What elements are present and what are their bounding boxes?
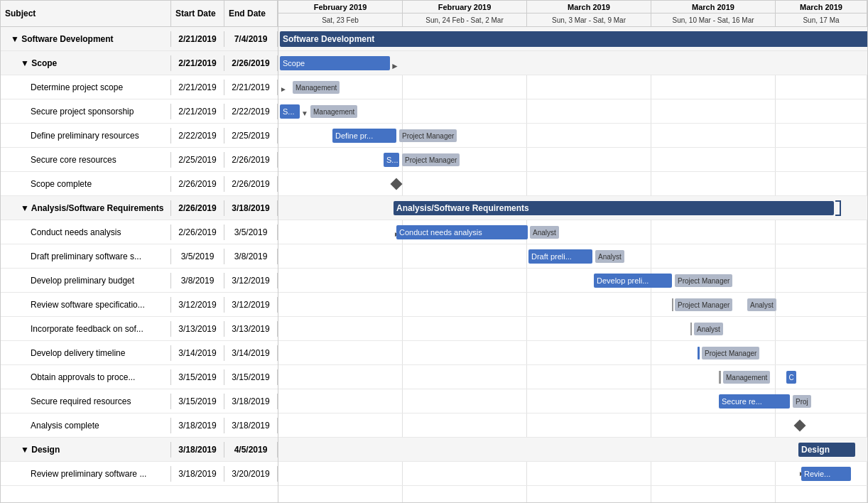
cell-start-6: 2/25/2019 — [171, 152, 224, 168]
cell-end-7: 2/26/2019 — [224, 176, 278, 192]
week-mar3: Sun, 3 Mar - Sat, 9 Mar — [527, 13, 651, 26]
gantt-header-right: February 2019 February 2019 March 2019 M… — [278, 1, 867, 26]
cell-start-15: 3/15/2019 — [171, 369, 224, 385]
gantt-row-7 — [278, 172, 867, 196]
gantt-row-5: Define pr... Project Manager — [278, 124, 867, 148]
cell-end-1: 7/4/2019 — [224, 31, 278, 47]
cell-subject-12: Review software specificatio... — [1, 297, 171, 313]
resource-analyst-12: Analyst — [747, 298, 776, 311]
resource-pm-5: Project Manager — [399, 129, 457, 142]
bar-secure-core: S... — [384, 153, 399, 167]
gantt-row-14: Project Manager — [278, 341, 867, 365]
bar-secure-resources: Secure re... — [719, 394, 790, 409]
cell-start-12: 3/12/2019 — [171, 297, 224, 313]
bar-develop-budget: Develop preli... — [594, 274, 672, 288]
row-11[interactable]: Develop preliminary budget 3/8/2019 3/12… — [1, 269, 278, 293]
gantt-header: Subject Start Date End Date February 201… — [1, 1, 867, 27]
cell-end-10: 3/8/2019 — [224, 249, 278, 264]
cell-subject-3: Determine project scope — [1, 80, 171, 95]
gantt-row-2: Scope ► — [278, 51, 867, 75]
row-8[interactable]: ▼ Analysis/Software Requirements 2/26/20… — [1, 196, 278, 220]
cell-end-17: 3/18/2019 — [224, 418, 278, 433]
gantt-row-11: Develop preli... Project Manager — [278, 269, 867, 293]
row-16[interactable]: Secure required resources 3/15/2019 3/18… — [1, 389, 278, 413]
week-feb23: Sat, 23 Feb — [278, 13, 403, 26]
header-subject: Subject — [1, 1, 171, 26]
row-10[interactable]: Draft preliminary software s... 3/5/2019… — [1, 244, 278, 269]
row-4[interactable]: Secure project sponsorship 2/21/2019 2/2… — [1, 99, 278, 124]
resource-mgmt-15: Management — [723, 371, 770, 384]
cell-start-1: 2/21/2019 — [171, 31, 224, 47]
gantt-row-17 — [278, 413, 867, 438]
resource-management-4: Management — [310, 105, 357, 118]
bar-analysis: Analysis/Software Requirements — [394, 201, 834, 215]
row-1[interactable]: ▼ Software Development 2/21/2019 7/4/201… — [1, 27, 278, 51]
row-6[interactable]: Secure core resources 2/25/2019 2/26/201… — [1, 148, 278, 172]
row-13[interactable]: Incorporate feedback on sof... 3/13/2019… — [1, 317, 278, 341]
gantt-row-18: Design — [278, 438, 867, 462]
resource-pm-11: Project Manager — [675, 274, 732, 287]
resource-pm-12: Project Manager — [675, 298, 732, 311]
row-17[interactable]: Analysis complete 3/18/2019 3/18/2019 — [1, 413, 278, 438]
cell-start-17: 3/18/2019 — [171, 418, 224, 433]
resource-management-3: Management — [293, 81, 340, 94]
cell-subject-15: Obtain approvals to proce... — [1, 369, 171, 385]
cell-end-15: 3/15/2019 — [224, 369, 278, 385]
gantt-row-9: ► Conduct needs analysis Analyst — [278, 220, 867, 244]
row-12[interactable]: Review software specificatio... 3/12/201… — [1, 293, 278, 317]
gantt-right: Software Development Scope ► ► Managemen… — [278, 27, 867, 502]
gantt-body: ▼ Software Development 2/21/2019 7/4/201… — [1, 27, 867, 502]
bar-draft-prelim: Draft preli... — [528, 249, 592, 264]
row-2[interactable]: ▼ Scope 2/21/2019 2/26/2019 — [1, 51, 278, 75]
cell-start-19: 3/18/2019 — [171, 466, 224, 482]
cell-end-2: 2/26/2019 — [224, 55, 278, 71]
row-15[interactable]: Obtain approvals to proce... 3/15/2019 3… — [1, 365, 278, 389]
gantt-row-15: Management C — [278, 365, 867, 389]
month-mar1: March 2019 — [527, 1, 651, 13]
bar-review-prelim-sw: Revie... — [801, 467, 851, 481]
gantt-row-6: S... Project Manager — [278, 148, 867, 172]
cell-end-19: 3/20/2019 — [224, 466, 278, 482]
gantt-container: Subject Start Date End Date February 201… — [0, 0, 868, 503]
week-mar17: Sun, 17 Ma — [776, 13, 867, 26]
gantt-header-left: Subject Start Date End Date — [1, 1, 278, 26]
cell-subject-17: Analysis complete — [1, 418, 171, 433]
row-19[interactable]: Review preliminary software ... 3/18/201… — [1, 462, 278, 486]
cell-start-4: 2/21/2019 — [171, 104, 224, 119]
bar-software-dev: Software Development — [280, 31, 867, 47]
month-mar3: March 2019 — [776, 1, 867, 13]
gantt-row-10: Draft preli... Analyst — [278, 244, 867, 269]
month-mar2: March 2019 — [651, 1, 776, 13]
milestone-scope-complete — [391, 178, 403, 190]
cell-subject-1: ▼ Software Development — [1, 31, 171, 47]
cell-end-6: 2/26/2019 — [224, 152, 278, 168]
week-feb24: Sun, 24 Feb - Sat, 2 Mar — [403, 13, 527, 26]
cell-end-18: 4/5/2019 — [224, 442, 278, 458]
row-7[interactable]: Scope complete 2/26/2019 2/26/2019 — [1, 172, 278, 196]
row-3[interactable]: Determine project scope 2/21/2019 2/21/2… — [1, 75, 278, 99]
cell-end-9: 3/5/2019 — [224, 225, 278, 240]
gantt-left: ▼ Software Development 2/21/2019 7/4/201… — [1, 27, 278, 502]
header-weeks: Sat, 23 Feb Sun, 24 Feb - Sat, 2 Mar Sun… — [278, 13, 867, 26]
cell-subject-9: Conduct needs analysis — [1, 225, 171, 240]
cell-subject-8: ▼ Analysis/Software Requirements — [1, 200, 171, 216]
row-5[interactable]: Define preliminary resources 2/22/2019 2… — [1, 124, 278, 148]
row-14[interactable]: Develop delivery timeline 3/14/2019 3/14… — [1, 341, 278, 365]
month-feb2: February 2019 — [403, 1, 527, 13]
cell-start-11: 3/8/2019 — [171, 273, 224, 288]
gantt-row-3: ► Management — [278, 75, 867, 99]
cell-end-11: 3/12/2019 — [224, 273, 278, 288]
cell-start-13: 3/13/2019 — [171, 321, 224, 337]
cell-subject-10: Draft preliminary software s... — [1, 249, 171, 264]
cell-end-5: 2/25/2019 — [224, 128, 278, 144]
row-9[interactable]: Conduct needs analysis 2/26/2019 3/5/201… — [1, 220, 278, 244]
row-18[interactable]: ▼ Design 3/18/2019 4/5/2019 — [1, 438, 278, 462]
cell-subject-18: ▼ Design — [1, 442, 171, 458]
resource-analyst-10: Analyst — [595, 250, 624, 263]
gantt-row-8: Analysis/Software Requirements — [278, 196, 867, 220]
cell-end-4: 2/22/2019 — [224, 104, 278, 119]
cell-start-3: 2/21/2019 — [171, 80, 224, 95]
gantt-row-13: Analyst — [278, 317, 867, 341]
cell-subject-19: Review preliminary software ... — [1, 466, 171, 482]
cell-start-14: 3/14/2019 — [171, 345, 224, 361]
